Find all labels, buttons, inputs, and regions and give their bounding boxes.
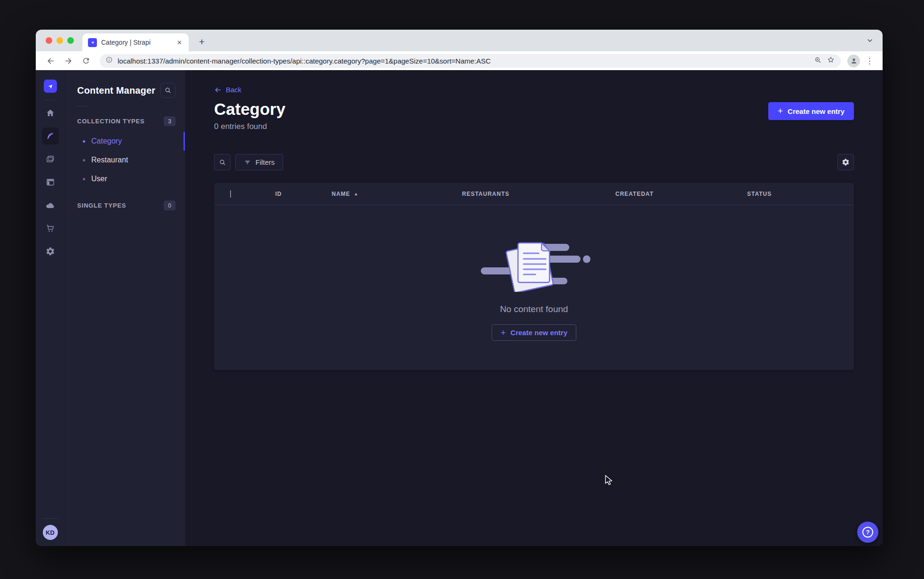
sidebar-item-content-manager[interactable] — [42, 128, 59, 145]
browser-tab[interactable]: Category | Strapi ✕ — [82, 33, 189, 51]
settings-gear-icon — [46, 247, 55, 256]
window-zoom-button[interactable] — [67, 37, 74, 44]
reload-icon[interactable] — [79, 54, 93, 68]
column-header-createdat[interactable]: CREATEDAT — [615, 191, 747, 197]
main-content: Back Category 0 entries found + Create n… — [185, 70, 883, 546]
filter-icon — [244, 159, 251, 166]
browser-toolbar: localhost:1337/admin/content-manager/col… — [36, 51, 883, 70]
help-question-icon: ? — [862, 527, 873, 538]
subnav-search-button[interactable] — [160, 83, 175, 98]
media-library-icon — [46, 154, 55, 164]
collection-types-count-badge: 3 — [164, 116, 175, 126]
sidebar-item-cloud[interactable] — [42, 197, 59, 214]
single-types-label: SINGLE TYPES — [77, 202, 126, 209]
sort-asc-icon: ▲ — [354, 192, 358, 196]
bullet-icon — [83, 159, 85, 161]
column-header-id[interactable]: ID — [275, 191, 332, 197]
tab-close-icon[interactable]: ✕ — [175, 38, 184, 47]
back-label: Back — [226, 86, 241, 94]
url-text[interactable]: localhost:1337/admin/content-manager/col… — [118, 57, 809, 65]
tab-search-chevron-icon[interactable] — [864, 34, 876, 47]
home-icon — [46, 108, 55, 118]
collection-types-label: COLLECTION TYPES — [77, 118, 145, 125]
table-search-button[interactable] — [214, 154, 231, 170]
subnav-item-restaurant[interactable]: Restaurant — [65, 151, 185, 169]
entries-count-text: 0 entries found — [214, 122, 286, 131]
content-manager-subnav: Content Manager COLLECTION TYPES 3 Categ… — [65, 70, 185, 546]
create-entry-label: Create new entry — [788, 107, 844, 115]
window-close-button[interactable] — [46, 37, 52, 44]
sidebar-item-marketplace[interactable] — [42, 220, 59, 237]
subnav-item-label: User — [91, 175, 107, 183]
subnav-divider — [77, 106, 88, 106]
search-icon — [164, 87, 172, 94]
forward-nav-icon[interactable] — [61, 54, 75, 68]
column-header-restaurants[interactable]: RESTAURANTS — [462, 191, 615, 197]
window-minimize-button[interactable] — [56, 37, 63, 44]
subnav-item-label: Category — [91, 137, 122, 145]
document-icon — [518, 243, 550, 282]
table-header-row: ID NAME ▲ RESTAURANTS CREATEDAT STATUS — [214, 183, 854, 205]
sidebar-item-content-type-builder[interactable] — [42, 174, 59, 191]
new-tab-button[interactable]: + — [196, 36, 208, 48]
filters-label: Filters — [255, 158, 275, 166]
window-controls — [46, 30, 74, 51]
bullet-icon — [83, 178, 85, 180]
active-indicator — [183, 132, 185, 151]
sidebar-item-settings[interactable] — [42, 243, 59, 260]
single-types-count-badge: 0 — [164, 201, 175, 210]
browser-profile-avatar[interactable] — [847, 55, 860, 67]
strapi-favicon-icon — [88, 38, 97, 47]
cloud-icon — [45, 201, 55, 210]
empty-state-message: No content found — [500, 304, 568, 314]
subnav-title: Content Manager — [77, 85, 155, 96]
marketplace-cart-icon — [46, 224, 55, 233]
content-manager-feather-icon — [46, 131, 55, 141]
subnav-item-category[interactable]: Category — [65, 132, 185, 151]
user-avatar[interactable]: KD — [43, 525, 58, 540]
column-header-name-label: NAME — [332, 191, 350, 197]
site-info-icon[interactable] — [105, 56, 113, 65]
rail-divider — [45, 100, 56, 100]
empty-state-illustration — [475, 234, 593, 292]
back-arrow-icon — [214, 86, 222, 94]
entries-table: ID NAME ▲ RESTAURANTS CREATEDAT STATUS — [214, 183, 854, 370]
content-type-builder-icon — [46, 177, 55, 187]
back-nav-icon[interactable] — [43, 54, 57, 68]
filters-button[interactable]: Filters — [235, 154, 283, 170]
empty-create-entry-button[interactable]: + Create new entry — [492, 324, 576, 341]
view-settings-button[interactable] — [837, 154, 854, 170]
column-header-name[interactable]: NAME ▲ — [332, 191, 462, 197]
rail-bottom-divider — [42, 518, 58, 519]
gear-icon — [842, 158, 850, 166]
tab-strip: Category | Strapi ✕ + — [36, 30, 883, 51]
browser-window: Category | Strapi ✕ + localhost:1337/adm… — [36, 30, 883, 546]
back-link[interactable]: Back — [214, 86, 241, 94]
bookmark-star-icon[interactable] — [827, 56, 835, 66]
select-all-checkbox[interactable] — [230, 190, 231, 198]
help-button[interactable]: ? — [857, 522, 878, 543]
empty-create-entry-label: Create new entry — [510, 329, 567, 337]
search-icon — [219, 159, 226, 166]
column-header-status[interactable]: STATUS — [747, 191, 854, 197]
strapi-logo-icon[interactable] — [44, 80, 57, 93]
subnav-item-user[interactable]: User — [65, 169, 185, 188]
sidebar-item-media-library[interactable] — [42, 151, 59, 168]
empty-state: No content found + Create new entry — [214, 205, 854, 370]
create-entry-button[interactable]: + Create new entry — [768, 102, 854, 120]
tab-title: Category | Strapi — [101, 39, 171, 46]
bullet-icon — [83, 140, 85, 143]
url-bar[interactable]: localhost:1337/admin/content-manager/col… — [100, 54, 841, 68]
page-title: Category — [214, 100, 286, 119]
browser-menu-icon[interactable]: ⋮ — [864, 56, 875, 66]
subnav-item-label: Restaurant — [91, 156, 128, 164]
zoom-page-icon[interactable] — [814, 56, 822, 66]
main-nav-rail: KD — [36, 70, 65, 546]
sidebar-item-home[interactable] — [42, 105, 59, 121]
strapi-app: KD Content Manager COLLECTION TYPES 3 Ca… — [36, 70, 883, 546]
